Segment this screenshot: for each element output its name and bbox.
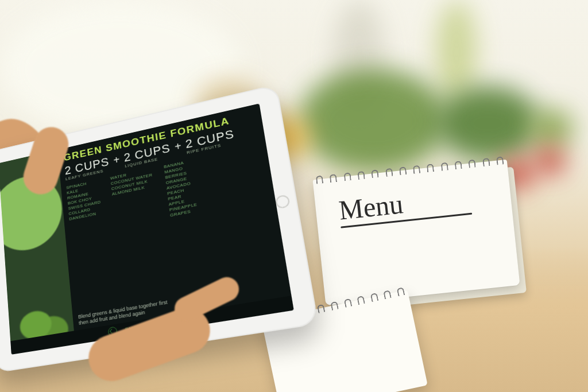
kitchen-scene: Menu GREEN SMOOTHIE FORMULA — [0, 0, 588, 392]
plus-icon: + — [174, 139, 182, 153]
menu-notebook: Menu — [312, 160, 520, 305]
menu-title: Menu — [337, 188, 404, 226]
notebook-page: Menu — [312, 160, 520, 305]
liquids-column: WATERCOCONUT WATERCOCONUT MILKALMOND MIL… — [110, 167, 158, 228]
tomato-blur-2 — [534, 146, 566, 175]
fruits-column: BANANAMANGOBERRIESORANGEAVOCADOPEACHPEAR… — [164, 159, 198, 218]
greens-blur-2 — [436, 86, 540, 161]
greens-blur-3 — [528, 109, 574, 149]
recipe-content: GREEN SMOOTHIE FORMULA 2 CUPS LEAFY GREE… — [63, 109, 285, 329]
greens-column: SPINACHKALEROMAINEBOK CHOYSWISS CHARDCOL… — [66, 178, 104, 237]
tablet-home-button[interactable] — [275, 194, 291, 209]
greens-blur-1 — [299, 69, 448, 172]
plus-icon: + — [113, 153, 120, 167]
